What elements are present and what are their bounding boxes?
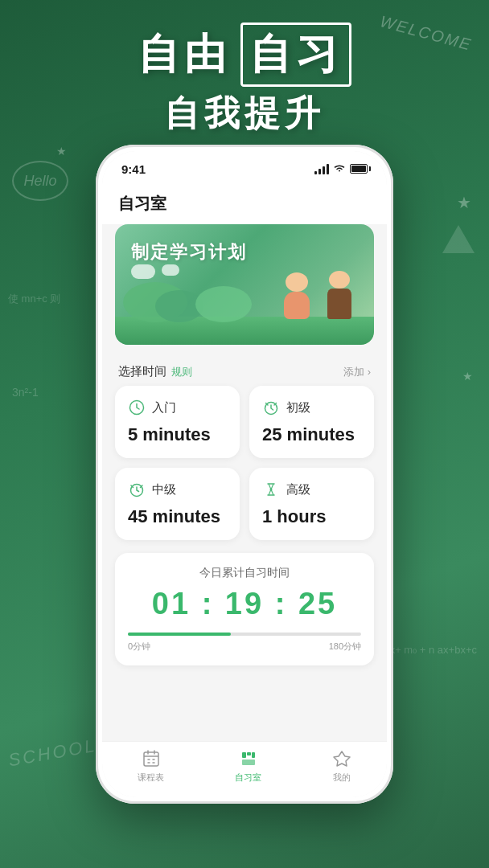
deco-triangle: [442, 225, 475, 253]
hourglass-icon: [262, 481, 280, 498]
time-card-intermediate-label: 中级: [152, 482, 176, 497]
bottom-nav: 课程表 自习室 我: [102, 741, 387, 797]
phone-screen: 9:41: [102, 151, 387, 797]
banner-character1: [284, 272, 310, 319]
svg-rect-8: [242, 760, 255, 765]
progress-min-label: 0分钟: [128, 641, 150, 653]
study-room-icon: [239, 749, 258, 768]
progress-track: [128, 633, 361, 636]
status-icons: [314, 163, 368, 175]
select-time-label: 选择时间: [118, 364, 166, 379]
wifi-icon: [333, 163, 346, 175]
clock-icon: [128, 399, 146, 416]
time-cards-grid: 入门 5 minutes: [102, 386, 387, 540]
time-card-basic-value: 25 minutes: [262, 424, 361, 445]
app-title: 自习室: [118, 194, 166, 212]
app-header: 自习室: [102, 186, 387, 224]
title-line2: 自我提升: [138, 90, 351, 137]
deco-hello: Hello: [12, 161, 68, 201]
today-study-section: 今日累计自习时间 01 : 19 : 25 0分钟 180分钟: [115, 553, 374, 665]
banner-text: 制定学习计划: [131, 240, 247, 264]
deco-star3: ★: [56, 145, 67, 158]
schedule-icon: [142, 749, 161, 768]
deco-formula: 使 mn+c 则: [8, 289, 60, 308]
time-card-intermediate-value: 45 minutes: [128, 506, 227, 527]
page-title: 自由 自习 自我提升: [138, 23, 351, 137]
time-card-advanced[interactable]: 高级 1 hours: [249, 468, 374, 540]
nav-label-schedule: 课程表: [138, 772, 164, 784]
timer-display: 01 : 19 : 25: [128, 587, 361, 621]
profile-icon: [332, 749, 351, 768]
time-card-advanced-label: 高级: [286, 482, 310, 497]
signal-icon: [314, 164, 329, 174]
time-card-beginner[interactable]: 入门 5 minutes: [115, 386, 240, 458]
add-button[interactable]: 添加 ›: [343, 365, 371, 379]
svg-point-3: [270, 489, 273, 491]
time-card-beginner-value: 5 minutes: [128, 424, 227, 445]
progress-fill: [128, 633, 231, 636]
hill3: [195, 286, 252, 322]
svg-rect-6: [247, 752, 251, 755]
today-study-title: 今日累计自习时间: [128, 566, 361, 580]
status-time: 9:41: [121, 162, 146, 176]
section-header: 选择时间 规则 添加 ›: [102, 358, 387, 386]
alarm-icon: [262, 399, 280, 416]
rule-link[interactable]: 规则: [171, 365, 192, 379]
time-card-basic-label: 初级: [286, 400, 310, 416]
study-plan-banner[interactable]: 制定学习计划: [115, 224, 374, 345]
svg-rect-7: [252, 752, 255, 758]
banner-character2: [327, 271, 351, 319]
title-line1-part1: 自由: [138, 27, 231, 83]
banner-clouds: [131, 264, 179, 279]
alarm2-icon: [128, 481, 146, 498]
time-card-beginner-label: 入门: [152, 400, 176, 416]
nav-item-profile[interactable]: 我的: [332, 749, 351, 784]
battery-icon: [350, 164, 368, 174]
nav-label-profile: 我的: [333, 772, 351, 784]
scroll-content[interactable]: 制定学习计划 选择时间 规则: [102, 224, 387, 753]
time-card-basic[interactable]: 初级 25 minutes: [249, 386, 374, 458]
status-bar: 9:41: [102, 151, 387, 186]
nav-item-schedule[interactable]: 课程表: [138, 749, 164, 784]
svg-rect-5: [242, 752, 246, 758]
nav-label-study: 自习室: [235, 772, 261, 784]
deco-star1: ★: [457, 193, 471, 212]
progress-max-label: 180分钟: [329, 641, 361, 653]
deco-math: 3n²-1: [12, 386, 39, 399]
phone-mockup: 9:41: [96, 145, 393, 804]
nav-item-study[interactable]: 自习室: [235, 749, 261, 784]
svg-rect-4: [144, 752, 158, 766]
deco-star2: ★: [462, 370, 473, 383]
progress-container: 0分钟 180分钟: [128, 633, 361, 653]
time-card-intermediate[interactable]: 中级 45 minutes: [115, 468, 240, 540]
title-line1-part2-boxed: 自习: [240, 23, 351, 87]
time-card-advanced-value: 1 hours: [262, 506, 361, 527]
